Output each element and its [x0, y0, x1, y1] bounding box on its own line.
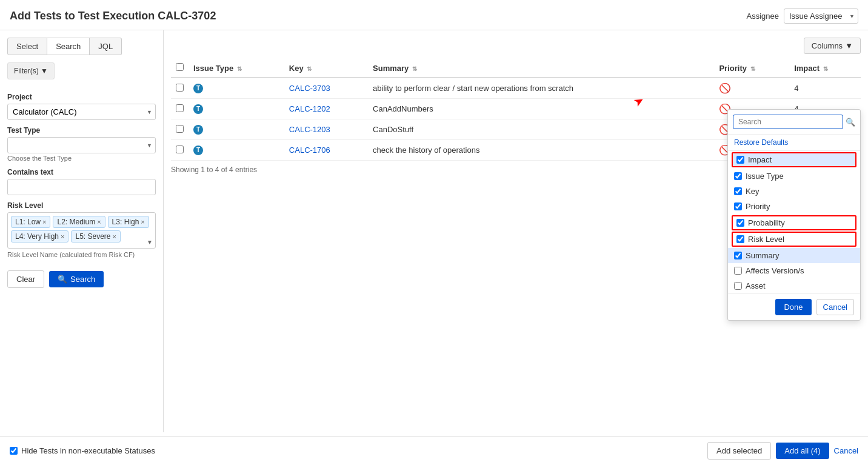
risk-tag-l5[interactable]: L5: Severe × — [71, 230, 120, 243]
column-item[interactable]: Affects Version/s — [728, 263, 860, 278]
column-checkbox[interactable] — [734, 267, 742, 275]
column-checkbox[interactable] — [736, 156, 744, 164]
choose-test-type-hint: Choose the Test Type — [7, 155, 156, 162]
row-checkbox-cell[interactable] — [171, 78, 189, 99]
columns-btn-row: Columns ▼ — [171, 38, 861, 54]
columns-footer: Done Cancel — [728, 293, 860, 320]
header-right: Assignee Issue Assignee — [747, 8, 858, 24]
column-checkbox[interactable] — [734, 252, 742, 259]
column-label: Impact — [748, 155, 772, 164]
contains-text-input[interactable] — [7, 179, 156, 195]
row-checkbox-cell[interactable] — [171, 99, 189, 119]
row-key[interactable]: CALC-3703 — [284, 78, 368, 99]
row-summary: check the history of operations — [368, 140, 714, 161]
column-checkbox[interactable] — [734, 202, 742, 210]
select-all-checkbox[interactable] — [176, 63, 184, 71]
column-item[interactable]: Asset — [728, 278, 860, 293]
column-item[interactable]: Priority — [728, 199, 860, 214]
row-key-link[interactable]: CALC-3703 — [289, 84, 330, 93]
row-key[interactable]: CALC-1203 — [284, 119, 368, 140]
tab-bar: Select Search JQL — [7, 38, 156, 55]
risk-tag-l3[interactable]: L3: High × — [108, 216, 149, 228]
tab-jql[interactable]: JQL — [90, 38, 122, 55]
remove-l4[interactable]: × — [61, 233, 64, 240]
column-label: Key — [746, 187, 759, 196]
row-checkbox[interactable] — [176, 125, 184, 133]
row-checkbox-cell[interactable] — [171, 119, 189, 140]
risk-tag-l4[interactable]: L4: Very High × — [11, 230, 68, 243]
column-item[interactable]: Risk Level — [732, 232, 856, 247]
risk-level-label: Risk Level — [7, 201, 156, 210]
project-select[interactable]: Calculator (CALC) — [7, 104, 156, 120]
sidebar: Select Search JQL Filter(s) ▼ Project Ca… — [0, 30, 164, 432]
test-type-label: Test Type — [7, 126, 156, 135]
sort-issue-type-icon[interactable]: ⇅ — [237, 65, 242, 72]
column-checkbox[interactable] — [734, 172, 742, 180]
issue-type-icon: T — [193, 84, 203, 93]
sort-priority-icon[interactable]: ⇅ — [750, 65, 755, 72]
row-checkbox[interactable] — [176, 104, 184, 112]
sort-summary-icon[interactable]: ⇅ — [412, 65, 417, 72]
remove-l3[interactable]: × — [141, 218, 144, 226]
column-label: Probability — [748, 218, 785, 227]
columns-search-input[interactable] — [733, 115, 843, 129]
column-item[interactable]: Key — [728, 184, 860, 199]
column-item[interactable]: Issue Type — [728, 169, 860, 184]
contains-text-label: Contains text — [7, 168, 156, 176]
cancel-columns-button[interactable]: Cancel — [816, 299, 854, 315]
tab-select[interactable]: Select — [7, 38, 47, 55]
row-key-link[interactable]: CALC-1203 — [289, 125, 330, 134]
test-type-select[interactable] — [7, 137, 156, 153]
row-issue-type: T — [189, 78, 284, 99]
risk-tag-l2[interactable]: L2: Medium × — [53, 216, 105, 228]
row-checkbox-cell[interactable] — [171, 140, 189, 161]
row-key[interactable]: CALC-1202 — [284, 99, 368, 119]
columns-button[interactable]: Columns ▼ — [804, 38, 861, 54]
row-key[interactable]: CALC-1706 — [284, 140, 368, 161]
done-button[interactable]: Done — [775, 299, 811, 315]
column-checkbox[interactable] — [734, 187, 742, 195]
remove-l1[interactable]: × — [42, 218, 46, 226]
row-checkbox[interactable] — [176, 146, 184, 153]
search-icon: 🔍 — [846, 118, 855, 127]
column-item[interactable]: Probability — [732, 215, 856, 230]
remove-l2[interactable]: × — [97, 218, 101, 226]
col-summary: Summary ⇅ — [368, 59, 714, 78]
risk-tags-container[interactable]: L1: Low × L2: Medium × L3: High × L4: Ve… — [7, 212, 156, 249]
row-checkbox[interactable] — [176, 84, 184, 92]
column-checkbox[interactable] — [734, 282, 742, 290]
issue-type-icon: T — [193, 104, 203, 114]
column-label: Priority — [746, 202, 770, 211]
column-item[interactable]: Summary — [728, 248, 860, 263]
column-item[interactable]: Impact — [732, 152, 856, 167]
risk-dropdown-arrow[interactable]: ▼ — [147, 239, 153, 246]
filters-bar[interactable]: Filter(s) ▼ — [7, 62, 55, 79]
project-select-wrapper: Calculator (CALC) — [7, 104, 156, 120]
sort-impact-icon[interactable]: ⇅ — [823, 65, 828, 72]
priority-icon: 🚫 — [719, 83, 731, 93]
risk-tag-l1[interactable]: L1: Low × — [11, 216, 50, 228]
select-all-header[interactable] — [171, 59, 189, 78]
clear-button[interactable]: Clear — [7, 270, 44, 288]
restore-defaults-link[interactable]: Restore Defaults — [728, 135, 860, 151]
test-type-select-wrapper — [7, 137, 156, 153]
assignee-select[interactable]: Issue Assignee — [784, 8, 858, 24]
row-priority: 🚫 — [714, 78, 789, 99]
search-button[interactable]: 🔍 Search — [49, 271, 104, 287]
row-issue-type: T — [189, 99, 284, 119]
columns-dropdown: 🔍 Restore Defaults Impact Issue Type Key… — [727, 109, 861, 321]
row-key-link[interactable]: CALC-1706 — [289, 146, 330, 155]
row-issue-type: T — [189, 140, 284, 161]
column-label: Affects Version/s — [746, 266, 804, 275]
assignee-label: Assignee — [747, 12, 779, 21]
tab-search[interactable]: Search — [47, 38, 90, 55]
row-key-link[interactable]: CALC-1202 — [289, 104, 330, 113]
row-issue-type: T — [189, 119, 284, 140]
column-checkbox[interactable] — [736, 219, 744, 227]
sort-key-icon[interactable]: ⇅ — [307, 65, 312, 72]
table-row: T CALC-3703 ability to perform clear / s… — [171, 78, 861, 99]
remove-l5[interactable]: × — [113, 233, 116, 240]
column-checkbox[interactable] — [736, 235, 744, 243]
col-key: Key ⇅ — [284, 59, 368, 78]
col-priority: Priority ⇅ — [714, 59, 789, 78]
